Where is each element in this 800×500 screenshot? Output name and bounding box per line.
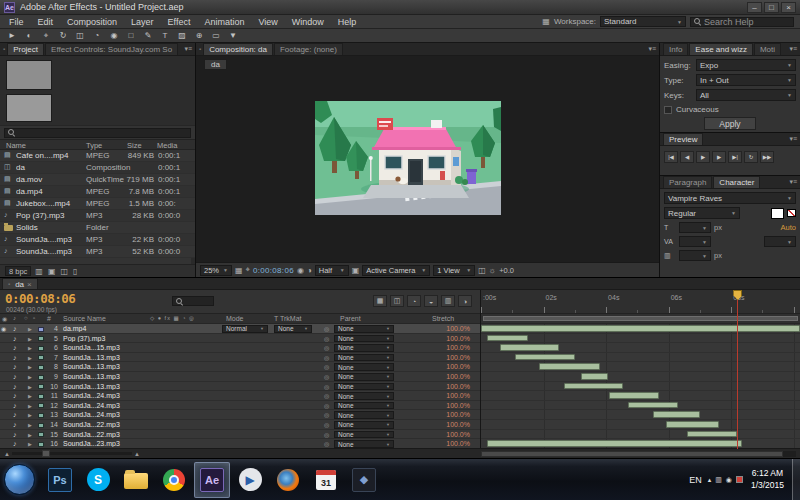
layer-row[interactable]: ♪▶9SoundJa...13.mp3◎None100.0% (0, 372, 480, 382)
menu-help[interactable]: Help (331, 15, 364, 29)
mask-shape-tool[interactable]: □ (123, 30, 139, 42)
orbit-tool[interactable]: ↻ (55, 30, 71, 42)
curvaceous-checkbox[interactable] (664, 106, 672, 114)
label-color-chip[interactable] (38, 432, 44, 437)
parent-select[interactable]: None (334, 421, 394, 429)
layer-duration-bar[interactable] (609, 392, 659, 399)
column-source-name[interactable]: Source Name (63, 315, 106, 322)
taskbar-mediaplayer[interactable]: ▶ (232, 462, 268, 498)
tab-preview[interactable]: Preview (663, 133, 703, 145)
panel-menu-icon[interactable]: ▾≡ (184, 45, 192, 53)
column-number[interactable]: # (47, 315, 51, 322)
menu-composition[interactable]: Composition (60, 15, 124, 29)
panel-menu-icon[interactable]: ▾≡ (789, 178, 797, 186)
expander-icon[interactable]: ▶ (28, 403, 32, 409)
tab-paragraph[interactable]: Paragraph (663, 176, 712, 188)
frame-forward-button[interactable]: ▶ (712, 151, 726, 163)
playhead[interactable] (737, 300, 738, 449)
timeline-tab-da[interactable]: ▪ da × (2, 278, 38, 289)
project-item-row[interactable]: ▤da.movQuickTime719 MB0:00:1 (0, 174, 195, 186)
layer-duration-bar[interactable] (481, 325, 800, 332)
trkmat-select[interactable]: None (274, 325, 312, 333)
tray-network-icon[interactable]: ▥ (715, 476, 722, 484)
expander-icon[interactable]: ▶ (28, 345, 32, 351)
last-frame-button[interactable]: ▶| (728, 151, 742, 163)
label-color-chip[interactable] (38, 413, 44, 418)
zoom-out-icon[interactable]: ▲ (4, 451, 10, 457)
tab-ease-and-wizz[interactable]: Ease and wizz (689, 43, 753, 55)
layer-duration-bar[interactable] (687, 431, 737, 438)
taskbar-calendar[interactable]: 31 (308, 462, 344, 498)
audio-toggle-icon[interactable]: ♪ (13, 440, 17, 447)
expander-icon[interactable]: ▶ (28, 364, 32, 370)
tab-footage[interactable]: Footage: (none) (274, 43, 343, 55)
taskbar-skype[interactable]: S (80, 462, 116, 498)
composition-canvas[interactable] (315, 101, 501, 215)
parent-pickwhip-icon[interactable]: ◎ (324, 392, 329, 399)
audio-toggle-icon[interactable]: ♪ (13, 383, 17, 390)
project-search-input[interactable] (4, 128, 191, 138)
clone-stamp-tool[interactable]: ⊕ (191, 30, 207, 42)
tab-project[interactable]: Project (7, 43, 44, 55)
label-color-chip[interactable] (38, 327, 44, 332)
audio-toggle-icon[interactable]: ♪ (13, 402, 17, 409)
draft-3d-icon[interactable]: ◔ (407, 295, 421, 307)
eraser-tool[interactable]: ▭ (208, 30, 224, 42)
maximize-button[interactable]: □ (764, 2, 779, 13)
apply-button[interactable]: Apply (704, 117, 756, 130)
taskbar-explorer[interactable] (118, 462, 154, 498)
first-frame-button[interactable]: |◀ (664, 151, 678, 163)
new-composition-icon[interactable]: ◫ (60, 267, 68, 276)
label-color-chip[interactable] (38, 423, 44, 428)
parent-select[interactable]: None (334, 440, 394, 448)
layer-duration-bar[interactable] (653, 411, 700, 418)
parent-pickwhip-icon[interactable]: ◎ (324, 354, 329, 361)
layer-row[interactable]: ♪▶5Pop (37).mp3◎None100.0% (0, 334, 480, 344)
parent-pickwhip-icon[interactable]: ◎ (324, 431, 329, 438)
label-color-chip[interactable] (38, 375, 44, 380)
pixel-aspect-icon[interactable]: ◫ (478, 266, 486, 275)
audio-toggle-icon[interactable]: ♪ (13, 411, 17, 418)
tray-flag-icon[interactable] (736, 476, 743, 483)
expander-icon[interactable]: ▶ (28, 336, 32, 342)
tracking-select[interactable] (679, 236, 711, 247)
project-item-row[interactable]: ◫daComposition0:00:1 (0, 162, 195, 174)
bit-depth-button[interactable]: 8 bpc (5, 266, 31, 276)
parent-select[interactable]: None (334, 344, 394, 352)
zoom-slider-thumb[interactable] (42, 450, 50, 457)
expander-icon[interactable]: ▶ (28, 422, 32, 428)
parent-pickwhip-icon[interactable]: ◎ (324, 335, 329, 342)
expander-icon[interactable]: ▶ (28, 384, 32, 390)
minimize-button[interactable]: – (747, 2, 762, 13)
layer-duration-bar[interactable] (564, 383, 623, 390)
project-item-row[interactable]: ♪SoundJa....mp3MP322 KB0:00:0 (0, 234, 195, 246)
tab-info[interactable]: Info (663, 43, 688, 55)
scrollbar-thumb[interactable] (481, 451, 783, 457)
label-color-chip[interactable] (38, 355, 44, 360)
label-color-chip[interactable] (38, 346, 44, 351)
loop-button[interactable]: ↻ (744, 151, 758, 163)
audio-toggle-icon[interactable]: ♪ (13, 431, 17, 438)
audio-toggle-icon[interactable]: ♪ (13, 392, 17, 399)
zoom-tool[interactable]: ⌖ (38, 30, 54, 42)
puppet-pin-tool[interactable]: ▼ (225, 30, 241, 42)
expander-icon[interactable]: ▶ (28, 374, 32, 380)
workspace-select[interactable]: Standard (600, 16, 686, 27)
layer-row[interactable]: ♪▶15SoundJa...22.mp3◎None100.0% (0, 430, 480, 440)
composition-mini-flowchart-icon[interactable]: ▦ (373, 295, 387, 307)
expander-icon[interactable]: ▶ (28, 412, 32, 418)
resolution-select[interactable]: Half (315, 265, 349, 276)
magnification-select[interactable]: 25% (200, 265, 232, 276)
column-parent[interactable]: Parent (340, 315, 361, 322)
delete-icon[interactable]: ▯ (73, 267, 77, 276)
layer-duration-bar[interactable] (581, 373, 608, 380)
vertical-scale-select[interactable] (679, 250, 711, 261)
menu-animation[interactable]: Animation (197, 15, 251, 29)
parent-select[interactable]: None (334, 335, 394, 343)
timeline-tab-close-icon[interactable]: × (27, 280, 32, 289)
column-size[interactable]: Size (127, 141, 142, 150)
parent-pickwhip-icon[interactable]: ◎ (324, 411, 329, 418)
project-item-row[interactable]: ♪SoundJa....mp3MP352 KB0:00:0 (0, 246, 195, 258)
expander-icon[interactable]: ▶ (28, 393, 32, 399)
zoom-slider[interactable] (12, 452, 132, 455)
